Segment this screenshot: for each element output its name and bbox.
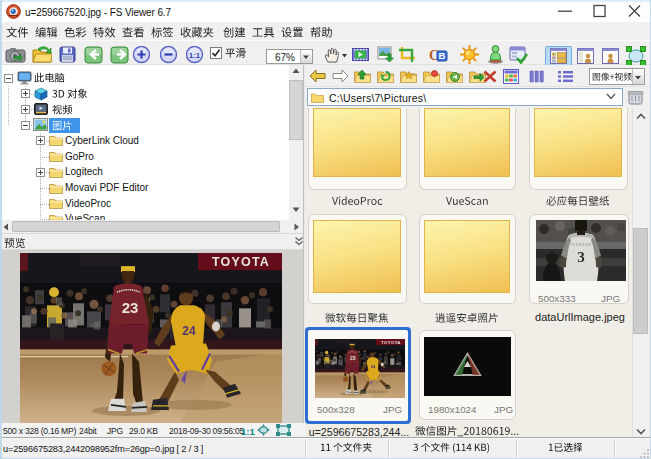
svg-text:B: B	[439, 50, 446, 61]
svg-text:IVERSON: IVERSON	[570, 242, 592, 247]
svg-text:3: 3	[577, 249, 585, 265]
svg-text:1:1: 1:1	[189, 51, 200, 60]
